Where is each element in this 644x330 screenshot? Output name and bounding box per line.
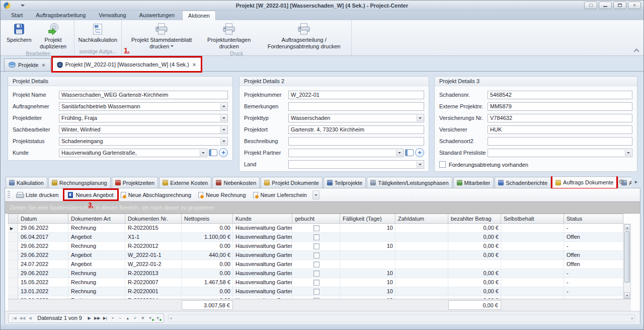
- vertical-scrollbar[interactable]: ▲ ▼: [623, 224, 631, 299]
- table-row[interactable]: 24.07.2022AngebotW_2022-01-20.00Hausverw…: [8, 260, 623, 269]
- maximize-button[interactable]: [613, 2, 626, 9]
- projekt-name-input[interactable]: Wasserschaden_WEG Gartenstr-Kirchheim: [59, 91, 228, 99]
- tab-auftrags-dokumente[interactable]: Auftrags Dokumente2.: [552, 176, 617, 188]
- beschreibung-input[interactable]: [288, 137, 424, 146]
- minimize-button[interactable]: [599, 2, 612, 9]
- cell-nr[interactable]: W_2022-01-1: [125, 251, 182, 260]
- projekt-partner-input[interactable]: [288, 149, 404, 157]
- cell-netto[interactable]: 440,00 €: [182, 251, 233, 260]
- column-header-datum[interactable]: Datum: [18, 214, 68, 224]
- cell-art[interactable]: Angebot: [68, 251, 125, 260]
- cell-zahldatum[interactable]: [395, 251, 448, 260]
- tab-scroll-right-icon[interactable]: ▸: [635, 179, 637, 184]
- schadensnr-input[interactable]: 5468542: [488, 91, 632, 99]
- column-header-fälligkeit-tage[interactable]: Fälligkeit (Tage): [340, 214, 395, 224]
- cell-kunde[interactable]: Hausverwaltung Garten...: [233, 233, 292, 242]
- dropdown-caret-icon[interactable]: [625, 150, 631, 156]
- cell-status[interactable]: Offen: [564, 260, 623, 269]
- row-indicator[interactable]: [8, 242, 18, 251]
- cell-faellig[interactable]: [340, 233, 395, 242]
- checkbox-unchecked[interactable]: [313, 225, 319, 231]
- nav-edit-icon[interactable]: ▴: [124, 314, 131, 322]
- table-row[interactable]: 06.04.2017AngebotX1-11.100,00 €Hausverwa…: [8, 233, 623, 242]
- column-header-kunde[interactable]: Kunde: [233, 214, 292, 224]
- cell-nr[interactable]: R-20220001: [125, 287, 182, 296]
- cell-selbst[interactable]: [501, 224, 564, 233]
- table-row[interactable]: ▶29.06.2022RechnungR-202200150.00Hausver…: [8, 224, 623, 233]
- tab-close-icon[interactable]: ×: [41, 62, 46, 68]
- neues-angebot-button[interactable]: Neues Angebot 3.: [64, 190, 117, 200]
- cell-faellig[interactable]: 10: [340, 242, 395, 251]
- ribbon-tab-auftragsbearbeitung[interactable]: Auftragsbearbeitung: [30, 11, 91, 20]
- projektleiter-input[interactable]: Frühling, Fraja: [59, 114, 228, 122]
- tab-scroll-left-icon[interactable]: ◂: [628, 179, 631, 184]
- cell-status[interactable]: Offen: [564, 251, 623, 260]
- fullscreen-button[interactable]: [584, 2, 597, 9]
- contact-card-icon[interactable]: [209, 149, 217, 156]
- tab-externe-kosten[interactable]: Externe Kosten: [159, 177, 211, 188]
- nav-next-icon[interactable]: ▶: [86, 314, 93, 322]
- nav-first-icon[interactable]: |◀: [11, 314, 18, 322]
- projekttyp-input[interactable]: Wasserschaden: [288, 114, 424, 122]
- checkbox-unchecked[interactable]: [313, 261, 319, 268]
- scrollbar-thumb[interactable]: [624, 231, 630, 283]
- nav-next-page-icon[interactable]: ▶▶: [93, 314, 101, 322]
- checkbox-unchecked[interactable]: [313, 252, 319, 258]
- cell-zahldatum[interactable]: [395, 260, 448, 269]
- row-indicator[interactable]: [8, 233, 18, 242]
- table-row[interactable]: 29.06.2022RechnungR-202200130.00Hausverw…: [8, 269, 623, 278]
- cell-status[interactable]: -: [564, 242, 623, 251]
- dropdown-caret-icon[interactable]: [200, 150, 206, 156]
- cell-netto[interactable]: 1.100,00 €: [182, 233, 233, 242]
- cell-faellig[interactable]: [340, 260, 395, 269]
- tab-tätigkeiten-leistungsphasen[interactable]: Tätigkeiten/Leistungsphasen: [367, 177, 452, 188]
- projektstatus-input[interactable]: Schadeneingang: [59, 137, 228, 146]
- column-header-bezahlter-betrag[interactable]: bezahlter Betrag: [448, 214, 501, 224]
- cell-kunde[interactable]: Hausverwaltung Garten...: [233, 269, 292, 278]
- cell-selbst[interactable]: [501, 269, 564, 278]
- cell-netto[interactable]: 0.00: [182, 260, 233, 269]
- speichern-button[interactable]: Speichern: [4, 21, 34, 44]
- dropdown-caret-icon[interactable]: [396, 150, 403, 156]
- versicherungs-nr-input[interactable]: V784632: [488, 114, 632, 122]
- cell-faellig[interactable]: 10: [340, 224, 395, 233]
- land-input[interactable]: [288, 160, 424, 169]
- tab-projekt-w2022-01[interactable]: Projekt [W_2022-01] [Wasserschaden_W] (4…: [52, 57, 201, 71]
- column-header-status[interactable]: Status: [564, 214, 623, 224]
- nav-prev-icon[interactable]: ◀: [26, 314, 34, 322]
- cell-status[interactable]: -: [564, 278, 623, 287]
- auftragserteilung-drucken-button[interactable]: Auftragserteilung / Forderungsabtretung …: [258, 21, 350, 50]
- cell-faellig[interactable]: 10: [340, 287, 395, 296]
- add-icon[interactable]: [219, 148, 228, 157]
- nav-prev-page-icon[interactable]: ◀◀: [18, 314, 26, 322]
- cell-kunde[interactable]: Hausverwaltung Garten...: [233, 278, 292, 287]
- cell-art[interactable]: Rechnung: [68, 224, 125, 233]
- scroll-left-icon[interactable]: ◂: [170, 316, 172, 320]
- cell-gebucht[interactable]: [292, 269, 340, 278]
- ribbon-tab-start[interactable]: Start: [6, 11, 28, 20]
- auftragnehmer-input[interactable]: Sanitärfachbetrieb Wassermann: [59, 102, 228, 111]
- tab-projekt-dokumente[interactable]: Projekt Dokumente: [261, 177, 323, 188]
- nav-append-icon[interactable]: +: [109, 314, 116, 322]
- cell-status[interactable]: -: [564, 224, 623, 233]
- dropdown-caret-icon[interactable]: [220, 115, 227, 121]
- cell-kunde[interactable]: Hausverwaltung Garten...: [233, 260, 292, 269]
- tab-teilprojekte[interactable]: Teilprojekte: [324, 177, 366, 188]
- cell-nr[interactable]: R-20220013: [125, 269, 182, 278]
- projekt-duplizieren-button[interactable]: Projekt duplizieren: [34, 21, 72, 50]
- externe-projektnr-input[interactable]: MM5879: [488, 102, 632, 111]
- cell-selbst[interactable]: [501, 242, 564, 251]
- cell-art[interactable]: Rechnung: [68, 269, 125, 278]
- cell-status[interactable]: -: [564, 287, 623, 296]
- toolbar-grip[interactable]: [8, 191, 10, 199]
- column-header-selbstbehalt[interactable]: Selbstbehalt: [501, 214, 564, 224]
- cell-datum[interactable]: 15.05.2022: [18, 278, 68, 287]
- cell-zahldatum[interactable]: [395, 278, 448, 287]
- cell-gebucht[interactable]: [292, 224, 340, 233]
- horizontal-scrollbar[interactable]: ◂ ▸: [168, 314, 635, 322]
- cell-art[interactable]: Angebot: [68, 260, 125, 269]
- cell-bezahlt[interactable]: 0,00 €: [448, 269, 501, 278]
- cell-art[interactable]: Rechnung: [68, 242, 125, 251]
- cell-zahldatum[interactable]: [395, 233, 448, 242]
- cell-datum[interactable]: 24.07.2022: [18, 260, 68, 269]
